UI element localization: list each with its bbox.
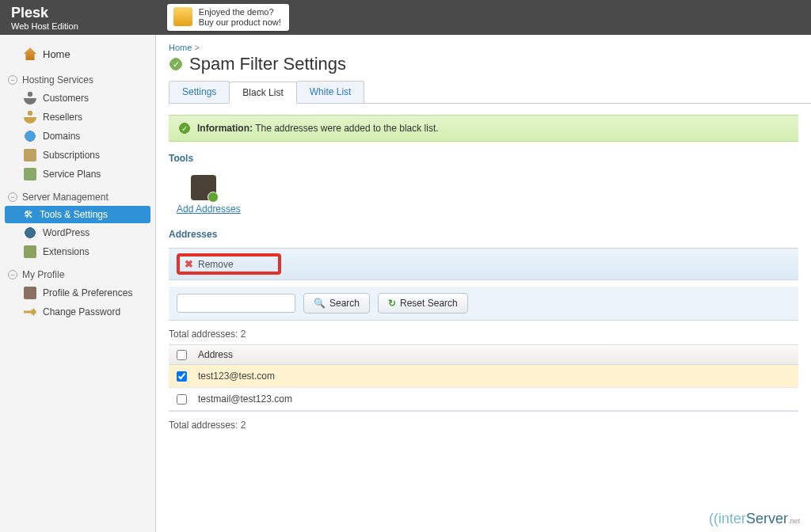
sidebar: Home − Hosting Services Customers Resell… bbox=[0, 35, 156, 532]
tools-label: Tools bbox=[156, 142, 811, 167]
key-icon bbox=[24, 306, 36, 318]
breadcrumb: Home > bbox=[156, 35, 811, 54]
brand-tld: .net bbox=[788, 517, 800, 525]
logo: Plesk Web Host Edition bbox=[11, 5, 78, 31]
logo-sub: Web Host Edition bbox=[11, 21, 78, 31]
section-label: Server Management bbox=[22, 192, 109, 203]
sidebar-item-label: Subscriptions bbox=[43, 150, 100, 161]
success-icon: ✓ bbox=[178, 122, 191, 135]
extensions-icon bbox=[24, 245, 36, 258]
sidebar-item-label: Change Password bbox=[43, 306, 120, 317]
sidebar-item-label: Profile & Preferences bbox=[43, 287, 132, 298]
brand-left: inter bbox=[718, 511, 746, 526]
remove-x-icon: ✖ bbox=[185, 258, 193, 270]
sidebar-item-resellers[interactable]: Resellers bbox=[0, 108, 155, 127]
brand-right: Server bbox=[746, 511, 788, 526]
sidebar-item-label: Tools & Settings bbox=[40, 209, 108, 220]
wordpress-icon bbox=[24, 226, 36, 239]
top-banner: Plesk Web Host Edition Enjoyed the demo?… bbox=[0, 0, 811, 35]
plans-icon bbox=[24, 168, 36, 180]
col-address: Address bbox=[198, 349, 233, 360]
reset-btn-label: Reset Search bbox=[400, 298, 458, 309]
sidebar-item-label: Extensions bbox=[43, 246, 89, 257]
sidebar-item-label: Domains bbox=[43, 131, 80, 142]
check-icon: ✓ bbox=[169, 57, 183, 71]
breadcrumb-sep: > bbox=[194, 43, 199, 52]
demo-line2: Buy our product now! bbox=[199, 17, 281, 28]
clipboard-add-icon bbox=[191, 175, 216, 200]
sidebar-item-subscriptions[interactable]: Subscriptions bbox=[0, 146, 155, 165]
collapse-icon: − bbox=[8, 192, 17, 202]
section-server[interactable]: − Server Management bbox=[0, 188, 155, 206]
cart-icon bbox=[173, 7, 192, 26]
section-label: Hosting Services bbox=[22, 74, 93, 86]
sidebar-item-change-password[interactable]: Change Password bbox=[0, 302, 155, 321]
search-input[interactable] bbox=[177, 294, 295, 313]
info-bar: ✓ Information: The addresses were added … bbox=[169, 115, 798, 142]
page-title-row: ✓ Spam Filter Settings bbox=[156, 54, 811, 81]
remove-highlight: ✖ Remove bbox=[177, 253, 281, 275]
sidebar-item-domains[interactable]: Domains bbox=[0, 127, 155, 146]
table-row[interactable]: testmail@test123.com bbox=[169, 388, 798, 411]
section-profile[interactable]: − My Profile bbox=[0, 266, 155, 283]
select-all-checkbox[interactable] bbox=[177, 350, 187, 360]
sidebar-item-tools-settings[interactable]: 🛠Tools & Settings bbox=[5, 206, 150, 223]
collapse-icon: − bbox=[8, 75, 17, 85]
sidebar-item-label: Service Plans bbox=[43, 169, 101, 180]
section-label: My Profile bbox=[22, 269, 64, 280]
search-icon: 🔍 bbox=[314, 298, 326, 309]
breadcrumb-home[interactable]: Home bbox=[169, 43, 192, 52]
row-address: test123@test.com bbox=[198, 370, 275, 382]
sidebar-item-wordpress[interactable]: WordPress bbox=[0, 223, 155, 242]
tools-box: Add Addresses bbox=[156, 167, 811, 218]
footer-brand: ((interServer.net bbox=[709, 511, 800, 527]
row-checkbox[interactable] bbox=[177, 394, 187, 405]
sidebar-item-extensions[interactable]: Extensions bbox=[0, 242, 155, 261]
resellers-icon bbox=[24, 111, 36, 124]
demo-line1: Enjoyed the demo? bbox=[199, 7, 281, 17]
sidebar-item-customers[interactable]: Customers bbox=[0, 89, 155, 108]
tools-icon: 🛠 bbox=[24, 209, 33, 220]
prefs-icon bbox=[24, 287, 36, 299]
sidebar-item-service-plans[interactable]: Service Plans bbox=[0, 165, 155, 184]
domains-icon bbox=[24, 130, 36, 142]
tab-settings[interactable]: Settings bbox=[169, 81, 230, 103]
sidebar-item-label: WordPress bbox=[43, 227, 89, 238]
remove-label: Remove bbox=[198, 259, 234, 270]
sidebar-item-profile-prefs[interactable]: Profile & Preferences bbox=[0, 283, 155, 302]
row-checkbox[interactable] bbox=[177, 371, 187, 382]
remove-button[interactable]: ✖ Remove bbox=[180, 256, 238, 272]
total-top: Total addresses: 2 bbox=[156, 321, 811, 344]
reset-search-button[interactable]: ↻Reset Search bbox=[378, 293, 468, 314]
home-label: Home bbox=[43, 48, 70, 60]
table-header: Address bbox=[169, 345, 798, 365]
main-content: Home > ✓ Spam Filter Settings Settings B… bbox=[156, 35, 811, 532]
table-row[interactable]: test123@test.com bbox=[169, 365, 798, 388]
address-table: Address test123@test.com testmail@test12… bbox=[169, 344, 798, 412]
collapse-icon: − bbox=[8, 270, 17, 279]
demo-promo[interactable]: Enjoyed the demo? Buy our product now! bbox=[167, 4, 289, 31]
search-row: 🔍Search ↻Reset Search bbox=[169, 287, 798, 321]
tab-white-list[interactable]: White List bbox=[296, 81, 365, 103]
sidebar-item-home[interactable]: Home bbox=[0, 44, 155, 63]
page-title: Spam Filter Settings bbox=[189, 54, 346, 74]
home-icon bbox=[24, 48, 36, 60]
logo-title: Plesk bbox=[11, 5, 78, 21]
total-bottom: Total addresses: 2 bbox=[156, 412, 811, 435]
subscriptions-icon bbox=[24, 149, 36, 162]
section-hosting[interactable]: − Hosting Services bbox=[0, 71, 155, 89]
tab-black-list[interactable]: Black List bbox=[229, 82, 296, 104]
search-btn-label: Search bbox=[329, 298, 360, 309]
row-address: testmail@test123.com bbox=[198, 393, 292, 405]
customers-icon bbox=[24, 92, 36, 104]
sidebar-item-label: Resellers bbox=[43, 112, 82, 123]
info-text: The addresses were added to the black li… bbox=[255, 123, 438, 134]
addresses-label: Addresses bbox=[156, 218, 811, 243]
add-addresses-link[interactable]: Add Addresses bbox=[177, 203, 241, 215]
sidebar-item-label: Customers bbox=[43, 93, 89, 104]
toolbar-row: ✖ Remove bbox=[169, 248, 798, 280]
search-button[interactable]: 🔍Search bbox=[303, 293, 370, 314]
tabs: Settings Black List White List bbox=[169, 81, 811, 104]
info-label: Information: bbox=[197, 123, 253, 134]
reset-icon: ↻ bbox=[388, 298, 396, 309]
